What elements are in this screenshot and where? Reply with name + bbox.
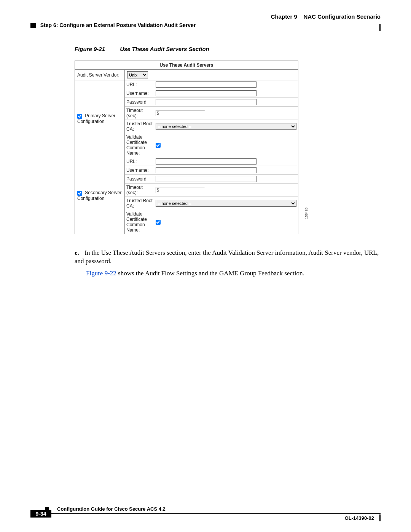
- secondary-url-cell: [154, 157, 298, 166]
- primary-trustedroot-label: Trusted Root CA:: [125, 120, 154, 133]
- primary-timeout-label: Timeout (sec):: [125, 107, 154, 120]
- secondary-password-label: Password:: [125, 175, 154, 184]
- secondary-fields-table: URL: Username: Password:: [125, 157, 298, 234]
- secondary-validate-cell: [154, 210, 298, 234]
- vendor-select[interactable]: Unix: [127, 71, 148, 78]
- secondary-timeout-cell: [154, 184, 298, 197]
- secondary-url-input[interactable]: [156, 158, 256, 165]
- secondary-server-checkbox[interactable]: [77, 191, 82, 196]
- item-marker: e.: [75, 249, 83, 257]
- figure-sentence-rest: shows the Audit Flow Settings and the GA…: [116, 270, 304, 277]
- footer-bar-icon: [379, 514, 381, 521]
- step-heading: Step 6: Configure an External Posture Va…: [30, 22, 196, 28]
- chapter-heading: Chapter 9 NAC Configuration Scenario: [271, 13, 381, 20]
- primary-password-cell: [154, 98, 298, 107]
- secondary-password-cell: [154, 175, 298, 184]
- item-text: In the Use These Audit Servers section, …: [75, 249, 379, 265]
- step-label: Step 6: Configure an External Posture Va…: [40, 22, 196, 28]
- vendor-label: Audit Server Vendor:: [75, 70, 125, 80]
- page-content: Figure 9-21 Use These Audit Servers Sect…: [75, 46, 379, 281]
- chapter-title: NAC Configuration Scenario: [303, 13, 381, 20]
- primary-username-label: Username:: [125, 89, 154, 98]
- table-header: Use These Audit Servers: [75, 61, 298, 70]
- list-item-e: e. In the Use These Audit Servers sectio…: [75, 249, 379, 265]
- secondary-server-left-cell: Secondary Server Configuration: [75, 157, 125, 234]
- primary-validate-checkbox[interactable]: [156, 143, 161, 148]
- figure-link[interactable]: Figure 9-22: [86, 270, 116, 277]
- primary-server-left-cell: Primary Server Configuration: [75, 80, 125, 157]
- primary-password-label: Password:: [125, 98, 154, 107]
- chapter-label: Chapter 9: [271, 13, 297, 20]
- primary-server-label: Primary Server Configuration: [77, 113, 115, 124]
- secondary-username-input[interactable]: [156, 167, 256, 173]
- primary-server-fields-cell: URL: Username: Password:: [125, 80, 298, 157]
- secondary-server-label: Secondary Server Configuration: [77, 190, 121, 201]
- secondary-username-label: Username:: [125, 166, 154, 175]
- primary-url-input[interactable]: [156, 81, 256, 88]
- figure-reference-line: Figure 9-22 shows the Audit Flow Setting…: [86, 269, 379, 278]
- secondary-validate-label: Validate Certificate Common Name:: [125, 210, 154, 234]
- secondary-trustedroot-cell: -- none selected --: [154, 197, 298, 210]
- primary-fields-table: URL: Username: Password:: [125, 80, 298, 157]
- primary-url-cell: [154, 80, 298, 89]
- secondary-validate-checkbox[interactable]: [156, 220, 161, 225]
- primary-username-input[interactable]: [156, 90, 256, 96]
- header-bar-icon: [379, 24, 381, 31]
- primary-password-input[interactable]: [156, 99, 256, 105]
- vendor-cell: Unix: [125, 70, 298, 80]
- footer-rule-icon: [44, 513, 381, 514]
- figure-number: Figure 9-21: [75, 46, 118, 52]
- primary-timeout-input[interactable]: [156, 110, 205, 116]
- page-footer: Configuration Guide for Cisco Secure ACS…: [0, 506, 411, 521]
- secondary-trustedroot-select[interactable]: -- none selected --: [156, 200, 296, 207]
- secondary-url-label: URL:: [125, 157, 154, 166]
- square-bullet-icon: [30, 23, 36, 28]
- figure-caption: Figure 9-21 Use These Audit Servers Sect…: [75, 46, 379, 52]
- footer-doc-title: Configuration Guide for Cisco Secure ACS…: [57, 506, 166, 512]
- primary-timeout-cell: [154, 107, 298, 120]
- figure-title: Use These Audit Servers Section: [120, 46, 209, 52]
- primary-trustedroot-select[interactable]: -- none selected --: [156, 123, 296, 130]
- primary-url-label: URL:: [125, 80, 154, 89]
- secondary-trustedroot-label: Trusted Root CA:: [125, 197, 154, 210]
- secondary-timeout-input[interactable]: [156, 187, 205, 193]
- pub-number: OL-14390-02: [345, 515, 374, 521]
- primary-validate-cell: [154, 133, 298, 157]
- primary-trustedroot-cell: -- none selected --: [154, 120, 298, 133]
- body-text: e. In the Use These Audit Servers sectio…: [75, 249, 379, 278]
- secondary-password-input[interactable]: [156, 176, 256, 182]
- document-page: Chapter 9 NAC Configuration Scenario Ste…: [0, 0, 411, 532]
- secondary-username-cell: [154, 166, 298, 175]
- figure-wrapper: Use These Audit Servers Audit Server Ven…: [75, 61, 379, 234]
- page-number: 9-34: [30, 510, 51, 518]
- figure-side-code: 158426: [304, 208, 308, 219]
- secondary-server-fields-cell: URL: Username: Password:: [125, 157, 298, 234]
- secondary-timeout-label: Timeout (sec):: [125, 184, 154, 197]
- primary-server-checkbox[interactable]: [77, 114, 82, 119]
- primary-validate-label: Validate Certificate Common Name:: [125, 133, 154, 157]
- audit-servers-table: Use These Audit Servers Audit Server Ven…: [75, 61, 298, 234]
- primary-username-cell: [154, 89, 298, 98]
